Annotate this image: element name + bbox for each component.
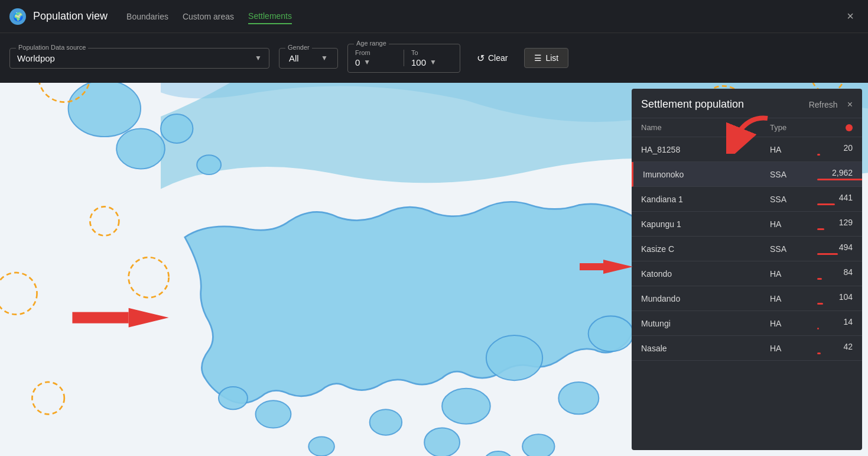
row-value: 14: [817, 317, 853, 326]
svg-point-3: [197, 155, 221, 174]
to-select[interactable]: 100 ▼: [411, 57, 453, 67]
svg-point-24: [0, 273, 37, 315]
data-source-value: Worldpop: [17, 53, 55, 63]
dot-icon: [846, 124, 853, 131]
gender-group: Gender All ▼: [279, 48, 338, 69]
data-source-select[interactable]: Worldpop ▼: [17, 53, 262, 63]
svg-point-2: [161, 114, 193, 143]
row-bar: [817, 328, 819, 329]
row-value: 129: [817, 218, 853, 227]
col-dot-header: [817, 124, 853, 131]
navbar-controls: Population Data source Worldpop ▼ Gender…: [0, 33, 868, 83]
row-value: 494: [817, 242, 853, 252]
list-item[interactable]: Katondo HA 84: [632, 261, 862, 286]
svg-rect-28: [72, 312, 128, 324]
svg-point-7: [370, 409, 402, 435]
row-value-col: 129: [817, 218, 853, 230]
list-item[interactable]: Nasale HA 42: [632, 336, 862, 361]
panel-header-right: Refresh ×: [809, 99, 853, 110]
from-label: From: [355, 49, 396, 56]
to-field: To 100 ▼: [411, 49, 453, 67]
gender-arrow-icon: ▼: [321, 54, 328, 62]
row-name: Katondo: [641, 269, 770, 279]
row-value-col: 14: [817, 317, 853, 329]
row-type: HA: [770, 344, 817, 353]
row-bar: [817, 352, 821, 354]
list-item[interactable]: Kapungu 1 HA 129: [632, 212, 862, 237]
panel-title: Settlement population: [641, 98, 744, 111]
tab-settlements[interactable]: Settlements: [248, 9, 292, 24]
tab-custom-areas[interactable]: Custom areas: [183, 9, 234, 24]
panel-header: Settlement population Refresh ×: [632, 89, 862, 118]
age-range-label: Age range: [354, 40, 389, 47]
row-type: HA: [770, 219, 817, 229]
svg-point-9: [484, 451, 513, 456]
row-type: SSA: [770, 244, 817, 254]
clear-button[interactable]: ↺ Clear: [470, 48, 515, 69]
row-name: Mundando: [641, 294, 770, 303]
tab-boundaries[interactable]: Boundaries: [126, 9, 168, 24]
row-bar: [817, 228, 824, 230]
row-name: Kapungu 1: [641, 219, 770, 229]
row-name: HA_81258: [641, 145, 770, 154]
row-bar: [817, 203, 835, 205]
row-type: HA: [770, 269, 817, 279]
list-item[interactable]: Kasize C SSA 494: [632, 237, 862, 261]
clear-refresh-icon: ↺: [477, 53, 485, 64]
from-select[interactable]: 0 ▼: [355, 57, 396, 67]
row-name: Imunonoko: [643, 170, 770, 179]
row-type: HA: [770, 145, 817, 154]
row-type: SSA: [770, 170, 817, 179]
svg-point-14: [219, 387, 248, 409]
svg-point-6: [442, 389, 490, 424]
svg-point-5: [558, 382, 599, 414]
from-field: From 0 ▼: [355, 49, 396, 67]
row-name: Kandiana 1: [641, 195, 770, 204]
refresh-button[interactable]: Refresh: [809, 100, 838, 109]
col-type-header: Type: [770, 123, 817, 132]
row-value-col: 104: [817, 292, 853, 305]
gender-select[interactable]: All ▼: [289, 53, 328, 63]
from-value: 0: [355, 57, 360, 67]
list-item[interactable]: Mutungi HA 14: [632, 311, 862, 336]
gender-value: All: [289, 53, 299, 63]
clear-label: Clear: [488, 53, 508, 63]
svg-point-12: [589, 316, 633, 351]
from-arrow-icon: ▼: [363, 58, 370, 66]
data-source-arrow-icon: ▼: [255, 54, 262, 62]
svg-point-4: [486, 335, 542, 380]
gender-label: Gender: [285, 44, 312, 51]
panel-close-button[interactable]: ×: [847, 99, 853, 110]
row-type: HA: [770, 294, 817, 303]
row-value: 84: [817, 267, 853, 277]
svg-point-13: [256, 400, 291, 428]
list-button[interactable]: ☰ List: [524, 48, 568, 68]
panel-list[interactable]: HA_81258 HA 20 Imunonoko SSA 2,962 Kandi…: [632, 137, 862, 450]
settlement-panel: Settlement population Refresh × Name Typ…: [632, 89, 862, 450]
list-label: List: [545, 53, 558, 63]
to-label: To: [411, 49, 453, 56]
row-value: 20: [817, 143, 853, 153]
row-bar: [817, 179, 862, 180]
svg-point-0: [69, 83, 141, 137]
svg-point-11: [522, 434, 554, 456]
svg-point-25: [32, 382, 64, 414]
window-close-button[interactable]: ×: [842, 7, 859, 25]
row-value-col: 441: [817, 193, 853, 205]
list-item[interactable]: Mundando HA 104: [632, 286, 862, 311]
to-value: 100: [411, 57, 426, 67]
map-area[interactable]: Settlement population Refresh × Name Typ…: [0, 83, 868, 456]
row-type: HA: [770, 319, 817, 328]
row-value-col: 84: [817, 267, 853, 280]
list-item[interactable]: HA_81258 HA 20: [632, 137, 862, 162]
svg-marker-27: [129, 308, 169, 328]
list-icon: ☰: [534, 53, 542, 63]
list-item[interactable]: Kandiana 1 SSA 441: [632, 187, 862, 212]
panel-columns: Name Type: [632, 118, 862, 137]
row-value-col: 42: [817, 342, 853, 354]
row-value: 104: [817, 292, 853, 302]
row-type: SSA: [770, 195, 817, 204]
list-item[interactable]: Imunonoko SSA 2,962: [632, 162, 862, 187]
row-value: 42: [817, 342, 853, 351]
svg-point-10: [308, 436, 334, 456]
